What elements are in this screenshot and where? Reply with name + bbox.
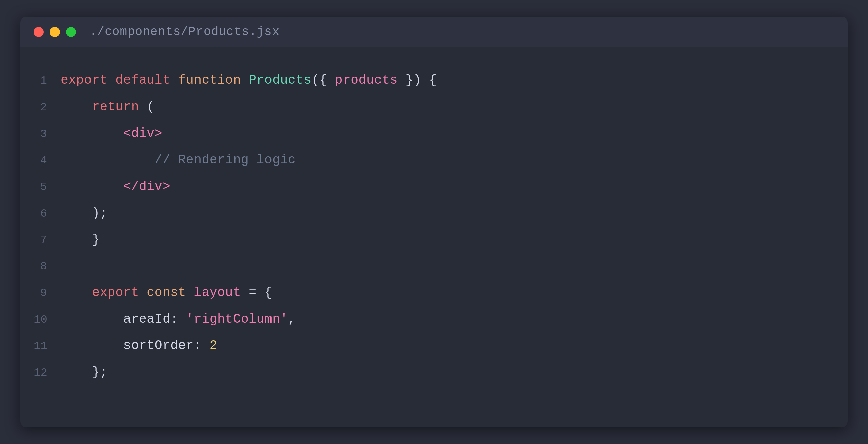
line-number: 4 — [34, 147, 61, 173]
token-plain — [61, 179, 123, 194]
code-line: 12 }; — [34, 359, 828, 386]
token-str-val: 'rightColumn' — [186, 312, 288, 326]
token-param: products — [335, 73, 398, 88]
code-line: 7 } — [34, 227, 828, 253]
token-tag: </div> — [123, 179, 170, 194]
token-kw-function: function — [178, 73, 249, 88]
code-content: export const layout = { — [61, 280, 272, 306]
code-content: ); — [61, 200, 108, 226]
token-punctuation: ({ — [312, 73, 335, 88]
token-plain — [61, 100, 92, 114]
token-kw-export: export — [92, 285, 147, 300]
token-fn-name: Products — [249, 73, 311, 88]
token-comment: // Rendering logic — [155, 153, 296, 167]
title-bar: ./components/Products.jsx — [20, 17, 848, 47]
code-line: 1export default function Products({ prod… — [34, 67, 828, 94]
token-punctuation: = { — [241, 285, 272, 300]
editor-window: ./components/Products.jsx 1export defaul… — [20, 17, 848, 427]
code-container: 1export default function Products({ prod… — [34, 67, 828, 386]
token-kw-export: export — [61, 73, 115, 88]
token-punctuation: }) { — [398, 73, 437, 88]
close-button[interactable] — [34, 27, 44, 37]
token-punctuation: ); — [92, 206, 108, 220]
token-punctuation: : — [194, 338, 210, 353]
line-number: 9 — [34, 280, 61, 306]
code-line: 10 areaId: 'rightColumn', — [34, 306, 828, 333]
code-line: 8 — [34, 253, 828, 280]
code-line: 6 ); — [34, 200, 828, 227]
code-line: 9 export const layout = { — [34, 280, 828, 306]
token-plain — [61, 232, 92, 247]
token-kw-const: const — [147, 285, 194, 300]
code-content: // Rendering logic — [61, 147, 296, 173]
line-number: 1 — [34, 68, 61, 94]
line-number: 6 — [34, 200, 61, 227]
token-punctuation: , — [288, 312, 296, 326]
line-number: 7 — [34, 227, 61, 253]
code-line: 11 sortOrder: 2 — [34, 333, 828, 359]
line-number: 12 — [34, 359, 61, 386]
code-line: 5 </div> — [34, 173, 828, 200]
token-plain — [61, 126, 123, 140]
line-number: 3 — [34, 121, 61, 147]
code-editor: 1export default function Products({ prod… — [20, 47, 848, 427]
token-prop-name: sortOrder — [123, 338, 194, 353]
line-number: 11 — [34, 333, 61, 359]
token-plain — [61, 285, 92, 300]
token-plain — [61, 312, 123, 326]
code-content: } — [61, 227, 100, 253]
maximize-button[interactable] — [66, 27, 76, 37]
token-punctuation: ( — [139, 100, 155, 114]
token-plain — [61, 365, 92, 379]
token-layout-name: layout — [194, 285, 241, 300]
minimize-button[interactable] — [50, 27, 60, 37]
line-number: 2 — [34, 94, 61, 120]
token-punctuation: : — [170, 312, 186, 326]
token-kw-export: return — [92, 100, 139, 114]
token-punctuation: }; — [92, 365, 108, 379]
code-line: 4 // Rendering logic — [34, 147, 828, 173]
line-number: 8 — [34, 253, 61, 280]
line-number: 10 — [34, 307, 61, 333]
token-num-val: 2 — [210, 338, 217, 353]
code-content: export default function Products({ produ… — [61, 67, 437, 94]
code-line: 3 <div> — [34, 120, 828, 147]
token-tag: <div> — [123, 126, 162, 140]
code-line: 2 return ( — [34, 94, 828, 120]
token-plain — [61, 338, 123, 353]
code-content: </div> — [61, 173, 170, 200]
code-content: return ( — [61, 94, 155, 120]
code-content: <div> — [61, 120, 162, 147]
traffic-lights — [34, 27, 76, 37]
code-content: }; — [61, 359, 108, 385]
line-number: 5 — [34, 174, 61, 200]
code-content: areaId: 'rightColumn', — [61, 306, 296, 332]
token-plain — [61, 206, 92, 220]
token-punctuation: } — [92, 232, 100, 247]
token-kw-default: default — [115, 73, 178, 88]
token-prop-name: areaId — [123, 312, 170, 326]
code-content: sortOrder: 2 — [61, 333, 217, 359]
token-plain — [61, 153, 155, 167]
window-title: ./components/Products.jsx — [90, 25, 280, 39]
